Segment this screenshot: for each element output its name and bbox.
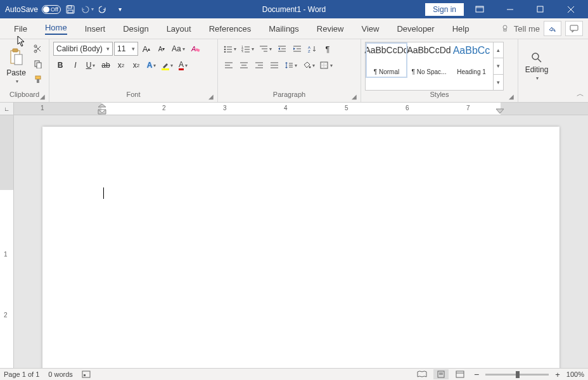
page[interactable] [42, 127, 559, 368]
style-no-spacing[interactable]: AaBbCcDd ¶ No Spac... [408, 42, 450, 78]
tab-design[interactable]: Design [114, 18, 157, 39]
group-label-paragraph: Paragraph [222, 91, 357, 102]
shading-button[interactable]: ▾ [300, 58, 317, 72]
change-case-button[interactable]: Aa▾ [170, 42, 187, 56]
editing-button[interactable]: Editing ▾ [523, 42, 551, 91]
page-viewport[interactable] [14, 115, 588, 368]
gallery-down-button[interactable]: ▾ [494, 58, 503, 74]
zoom-level[interactable]: 100% [566, 370, 584, 378]
tab-help[interactable]: Help [444, 18, 478, 39]
cut-button[interactable] [31, 42, 45, 56]
underline-button[interactable]: U▾ [84, 58, 98, 72]
right-indent-marker-icon[interactable] [495, 108, 504, 114]
group-editing: Editing ▾ [518, 39, 555, 102]
redo-button[interactable] [96, 3, 110, 16]
multilevel-list-button[interactable]: ▾ [257, 42, 274, 56]
shrink-font-button[interactable]: A▾ [155, 42, 169, 56]
superscript-button[interactable]: x2 [129, 58, 143, 72]
web-layout-button[interactable] [452, 369, 468, 379]
print-layout-button[interactable] [433, 369, 449, 379]
save-button[interactable] [63, 3, 77, 16]
copy-button[interactable] [31, 57, 45, 71]
strikethrough-button[interactable]: ab [99, 58, 113, 72]
svg-point-9 [503, 25, 507, 29]
ribbon-display-options-button[interactable] [465, 0, 494, 18]
tab-file[interactable]: File [5, 18, 36, 39]
document-title: Document1 - Word [262, 5, 326, 14]
style-normal[interactable]: AaBbCcDd ¶ Normal [366, 42, 407, 78]
vertical-ruler[interactable]: 1 2 [0, 115, 14, 368]
tab-home[interactable]: Home [36, 18, 76, 39]
clear-formatting-button[interactable]: A [188, 42, 202, 56]
tab-view[interactable]: View [352, 18, 388, 39]
font-launcher[interactable]: ◢ [208, 93, 216, 101]
align-right-icon [255, 61, 264, 69]
svg-text:A: A [191, 45, 196, 53]
share-button[interactable] [544, 21, 561, 36]
align-left-button[interactable] [222, 58, 236, 72]
highlight-button[interactable]: ▾ [160, 58, 175, 72]
document-area: 1 2 [0, 115, 588, 368]
group-font: Calibri (Body)▾ 11▾ A▴ A▾ Aa▾ A B I U▾ [49, 39, 218, 102]
indent-marker-icon[interactable] [98, 103, 106, 115]
zoom-slider[interactable] [485, 374, 549, 376]
styles-launcher[interactable]: ◢ [509, 93, 516, 101]
borders-button[interactable]: ▾ [318, 58, 335, 72]
tab-references[interactable]: References [200, 18, 260, 39]
undo-button[interactable]: ▾ [80, 3, 94, 16]
group-label-clipboard: Clipboard [4, 91, 45, 102]
grow-font-button[interactable]: A▴ [139, 42, 153, 56]
gallery-more-button[interactable]: ▾ [494, 75, 503, 90]
font-name-combo[interactable]: Calibri (Body)▾ [53, 42, 113, 56]
close-button[interactable] [556, 0, 585, 18]
sort-button[interactable]: AZ [305, 42, 319, 56]
macro-status-icon[interactable] [82, 370, 91, 378]
svg-rect-2 [68, 10, 73, 13]
clipboard-launcher[interactable]: ◢ [40, 93, 48, 101]
maximize-button[interactable] [526, 0, 555, 18]
show-hide-marks-button[interactable]: ¶ [321, 42, 335, 56]
outdent-icon [278, 45, 286, 53]
minimize-button[interactable] [495, 0, 525, 18]
numbering-button[interactable]: 123▾ [240, 42, 256, 56]
comments-button[interactable] [565, 21, 583, 36]
bullets-button[interactable]: ▾ [222, 42, 238, 56]
tab-review[interactable]: Review [308, 18, 353, 39]
zoom-in-button[interactable]: + [553, 370, 563, 379]
tab-mailings[interactable]: Mailings [260, 18, 308, 39]
tab-developer[interactable]: Developer [388, 18, 443, 39]
autosave-toggle[interactable]: AutoSave Off [5, 5, 61, 14]
group-styles: AaBbCcDd ¶ Normal AaBbCcDd ¶ No Spac... … [361, 39, 518, 102]
text-effects-button[interactable]: A▾ [144, 58, 158, 72]
svg-point-23 [224, 46, 226, 48]
tab-layout[interactable]: Layout [158, 18, 200, 39]
font-size-combo[interactable]: 11▾ [114, 42, 138, 56]
autosave-label: AutoSave [5, 5, 38, 14]
bold-button[interactable]: B [53, 58, 67, 72]
zoom-out-button[interactable]: − [471, 369, 482, 379]
align-center-button[interactable] [237, 58, 251, 72]
italic-button[interactable]: I [68, 58, 82, 72]
subscript-button[interactable]: x2 [114, 58, 128, 72]
tab-insert[interactable]: Insert [76, 18, 115, 39]
tell-me-search[interactable]: Tell me [501, 24, 540, 34]
style-heading-1[interactable]: AaBbCc Heading 1 [451, 42, 492, 78]
decrease-indent-button[interactable] [275, 42, 289, 56]
gallery-up-button[interactable]: ▴ [494, 42, 503, 58]
read-mode-button[interactable] [414, 369, 430, 379]
customize-qat-button[interactable]: ▾ [113, 3, 127, 16]
collapse-ribbon-button[interactable]: ︿ [577, 89, 584, 99]
page-number-status[interactable]: Page 1 of 1 [4, 370, 39, 378]
horizontal-ruler[interactable]: ∟ 1 2 3 4 5 6 7 [0, 103, 588, 115]
justify-button[interactable] [267, 58, 281, 72]
sign-in-button[interactable]: Sign in [425, 3, 464, 16]
paragraph-launcher[interactable]: ◢ [352, 93, 359, 101]
increase-indent-button[interactable] [290, 42, 304, 56]
line-spacing-button[interactable]: ▾ [283, 58, 299, 72]
font-color-button[interactable]: A▾ [176, 58, 190, 72]
word-count-status[interactable]: 0 words [48, 370, 73, 378]
align-right-button[interactable] [252, 58, 266, 72]
tab-selector[interactable]: ∟ [0, 103, 14, 115]
format-painter-button[interactable] [31, 72, 45, 86]
paste-button[interactable]: Paste ▾ [4, 42, 29, 91]
